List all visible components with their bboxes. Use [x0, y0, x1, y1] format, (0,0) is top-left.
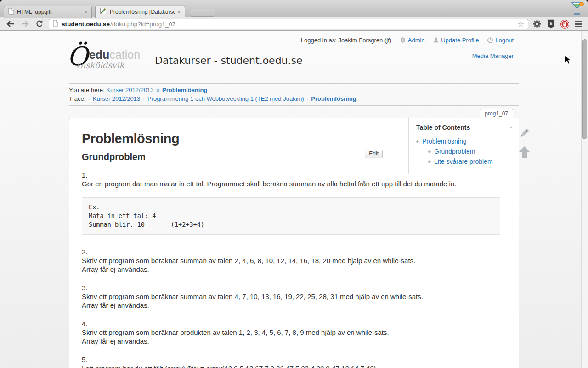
url-path: /doku.php?id=prog1_07 — [110, 21, 175, 28]
power-icon — [487, 37, 493, 45]
logged-in-text: Logged in as: Joakim Forsgren (jf) — [301, 37, 391, 44]
problem-text: Skriv ett program som beräknar produkten… — [82, 328, 500, 337]
html5-extension-icon[interactable]: 5 — [546, 19, 556, 29]
edit-button[interactable]: Edit — [365, 150, 383, 158]
crumb-link-kurser[interactable]: Kurser 2012/2013 — [106, 86, 153, 93]
logout-link[interactable]: Logout — [495, 37, 514, 44]
logo-cation-text: cation — [109, 48, 140, 61]
browser-titlebar: HTML–uppgift × Problemlösning [Datakurse… — [0, 0, 588, 17]
url-host: student.oedu.se — [62, 21, 110, 28]
svg-text:5: 5 — [549, 21, 552, 26]
mouse-cursor — [565, 55, 571, 67]
toc-item-grundproblem: Grundproblem — [416, 147, 513, 155]
cocktail-icon — [571, 1, 584, 18]
problem-number: 2. — [82, 247, 500, 256]
bookmark-star-icon[interactable]: ☆ — [518, 20, 524, 29]
trace-separator: · — [87, 95, 91, 102]
browser-toolbar: student.oedu.se /doku.php?id=prog1_07 ☆ … — [0, 17, 588, 31]
problem-number: 3. — [82, 283, 500, 292]
pencil-icon[interactable] — [518, 127, 530, 141]
update-profile-link[interactable]: Update Profile — [441, 37, 479, 44]
problem-note: Array får ej användas. — [82, 265, 500, 274]
gear-extension-icon[interactable] — [532, 19, 542, 29]
scrollbar[interactable] — [581, 31, 588, 368]
page-icon — [53, 20, 58, 29]
tab-title: Problemlösning [Datakurse — [110, 9, 175, 15]
menu-icon[interactable] — [573, 19, 583, 29]
trace-link-kurser[interactable]: Kurser 2012/2013 — [93, 95, 140, 102]
array-formula: $tal = array(12,9,5,13,67,7,2,36,47,5,23… — [187, 364, 376, 368]
back-to-top-icon[interactable] — [518, 146, 531, 161]
youarehere-row: You are here: Kurser 2012/2013 » Problem… — [69, 86, 519, 94]
problem-item: 3. Skriv ett program som beräknar summan… — [82, 283, 500, 310]
new-tab-button[interactable] — [190, 9, 215, 17]
toc-toggle-icon[interactable]: ▲ — [509, 125, 513, 129]
crumb-current[interactable]: Problemlösning — [162, 86, 207, 93]
youarehere-label: You are here: — [69, 86, 105, 93]
reload-icon[interactable] — [34, 19, 45, 29]
diamond-bullet-icon — [416, 140, 419, 143]
person-icon — [433, 37, 439, 45]
gear-icon — [400, 37, 406, 45]
crumb-separator: » — [155, 86, 160, 93]
problem-number: 5. — [82, 355, 500, 364]
site-title: Datakurser - student.oedu.se — [155, 55, 303, 66]
problem-number: 4. — [82, 319, 500, 328]
trace-row: Trace: · Kurser 2012/2013 · Programmerin… — [69, 94, 519, 103]
problem-item: 2. Skriv ett program som beräknar summan… — [82, 247, 500, 274]
problem-text: Skriv ett program som beräknar summan av… — [82, 292, 500, 301]
address-bar[interactable]: student.oedu.se /doku.php?id=prog1_07 ☆ — [49, 19, 528, 29]
logo-edu-text: edu — [89, 48, 109, 61]
browser-window: HTML–uppgift × Problemlösning [Datakurse… — [0, 0, 588, 368]
problem-note: Array får ej användas. — [82, 301, 500, 310]
toc-item-lite-svarare: Lite svårare problem — [416, 157, 513, 166]
media-manager-link[interactable]: Media Manager — [472, 52, 514, 59]
problem-text: Skriv ett program som beräknar summan av… — [82, 256, 500, 265]
back-icon[interactable] — [5, 19, 16, 29]
close-icon[interactable]: × — [177, 9, 181, 15]
scrollbar-thumb[interactable] — [582, 39, 587, 139]
forward-icon[interactable] — [19, 19, 30, 29]
trace-current[interactable]: Problemlösning — [311, 95, 356, 102]
tab-title: HTML–uppgift — [17, 9, 81, 15]
site-header: Ö education rnsköldsvik Datakurser - stu… — [69, 45, 519, 83]
page-viewport: Logged in as: Joakim Forsgren (jf) Admin — [0, 31, 588, 368]
code-example: Ex. Mata in ett tal: 4 Summan blir: 10 (… — [82, 197, 500, 235]
trace-link-programmering[interactable]: Programmering 1 och Webbutveckling 1 (TE… — [147, 95, 304, 102]
close-icon[interactable]: × — [84, 9, 88, 15]
page-id-tab: prog1_07 — [480, 109, 513, 118]
admin-link[interactable]: Admin — [408, 37, 425, 44]
browser-tab-problemlosning[interactable]: Problemlösning [Datakurse × — [95, 6, 185, 18]
logo-city-text: rnsköldsvik — [76, 60, 140, 70]
trace-label: Trace: — [69, 95, 85, 102]
site-logo: Ö education rnsköldsvik — [67, 43, 140, 70]
stop-hand-extension-icon[interactable] — [560, 19, 570, 29]
problem-item: 4. Skriv ett program som beräknar produk… — [82, 319, 500, 345]
trace-separator: · — [305, 95, 309, 102]
dokuwiki-favicon-icon — [100, 7, 107, 17]
toc-item-problemlosning: Problemlösning — [416, 137, 513, 145]
diamond-bullet-icon — [428, 150, 431, 153]
document-icon — [8, 8, 14, 17]
table-of-contents: Table of Contents ▲ Problemlösning Grund… — [408, 118, 519, 174]
toc-title: Table of Contents — [416, 124, 513, 131]
trace-separator: · — [142, 95, 146, 102]
problem-item: 5. I ett program har du ett fält (array)… — [82, 355, 500, 368]
problem-note: Array får ej användas. — [82, 337, 500, 345]
wiki-page: Table of Contents ▲ Problemlösning Grund… — [69, 118, 519, 368]
problem-text: Gör en program där man matar in ett tal.… — [82, 179, 500, 188]
breadcrumb: You are here: Kurser 2012/2013 » Problem… — [69, 83, 519, 106]
problem-text: I ett program har du ett fält (array) $t… — [82, 364, 500, 368]
problem-item: 1. Gör en program där man matar in ett t… — [82, 171, 500, 235]
browser-tab-html-uppgift[interactable]: HTML–uppgift × — [4, 6, 92, 18]
diamond-bullet-icon — [428, 160, 431, 163]
page-tools — [517, 127, 531, 161]
tab-strip: HTML–uppgift × Problemlösning [Datakurse… — [0, 0, 588, 18]
